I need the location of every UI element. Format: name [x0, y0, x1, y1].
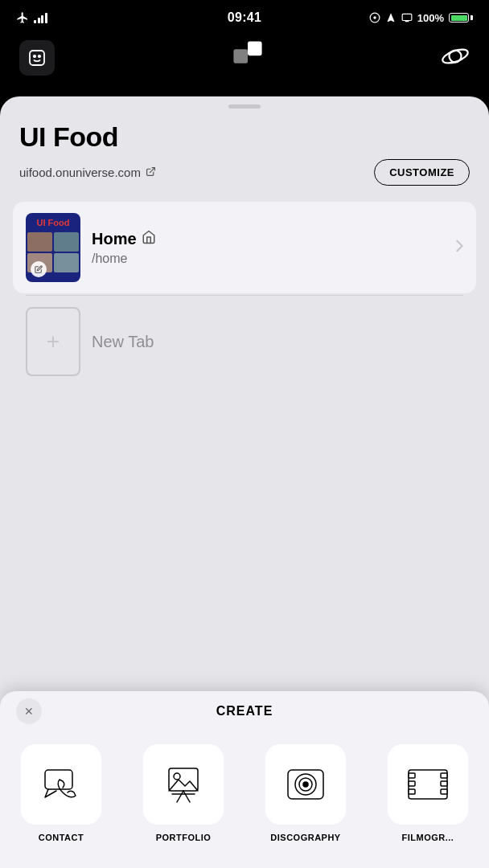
signal-bars: [34, 12, 47, 23]
svg-rect-22: [409, 781, 415, 786]
create-option-portfolio[interactable]: PORTFOLIO: [122, 738, 244, 849]
external-link-icon: [146, 166, 156, 179]
svg-rect-2: [30, 51, 44, 65]
portfolio-icon-box: [143, 744, 224, 825]
discography-label: DISCOGRAPHY: [270, 833, 340, 842]
svg-rect-6: [233, 49, 248, 63]
svg-point-0: [373, 16, 376, 19]
site-info: UI Food uifood.onuniverse.com CUSTOMIZE: [0, 121, 489, 202]
discography-icon-box: [265, 744, 346, 825]
tab-name-home: Home: [92, 230, 444, 248]
new-tab-item[interactable]: + New Tab: [13, 296, 476, 387]
svg-rect-1: [402, 14, 412, 20]
planet-button[interactable]: [441, 42, 470, 74]
smiley-icon: [27, 48, 47, 68]
direction-icon: [385, 12, 397, 23]
contact-icon: [39, 762, 84, 807]
portfolio-label: PORTFOLIO: [156, 833, 212, 842]
svg-point-3: [34, 55, 35, 57]
top-app-bar: [0, 35, 489, 80]
main-sheet: UI Food uifood.onuniverse.com CUSTOMIZE …: [0, 96, 489, 868]
location-icon: [369, 12, 380, 23]
screen-icon: [401, 12, 413, 23]
planet-icon: [441, 42, 470, 71]
svg-line-14: [183, 791, 190, 802]
create-header: ✕ CREATE: [0, 704, 489, 731]
app-logo: [228, 40, 267, 76]
battery-percent: 100%: [417, 12, 444, 24]
svg-point-4: [39, 55, 40, 57]
filmography-icon: [405, 762, 450, 807]
svg-line-9: [150, 167, 154, 172]
contact-icon-box: [21, 744, 101, 825]
portfolio-icon: [161, 762, 206, 807]
battery-icon: [449, 13, 473, 23]
thumbnail-edit-icon: [31, 261, 47, 277]
svg-rect-24: [441, 773, 447, 778]
close-icon: ✕: [24, 705, 34, 718]
status-bar: 09:41 100%: [0, 0, 489, 35]
tab-item-home[interactable]: UI Food Home: [13, 202, 476, 293]
svg-rect-23: [409, 789, 415, 794]
tab-list: UI Food Home: [0, 202, 489, 387]
svg-rect-11: [169, 768, 198, 791]
site-url-row: uifood.onuniverse.com CUSTOMIZE: [19, 159, 470, 186]
smiley-button[interactable]: [19, 40, 55, 76]
svg-rect-5: [248, 42, 262, 56]
airplane-icon: [16, 11, 29, 24]
tab-thumbnail-home: UI Food: [26, 213, 80, 282]
home-icon: [142, 230, 156, 248]
status-left: [16, 11, 47, 24]
create-title: CREATE: [216, 704, 273, 719]
status-right: 100%: [369, 12, 473, 24]
status-time: 09:41: [228, 10, 261, 25]
create-sheet: ✕ CREATE CONTACT: [0, 691, 489, 868]
discography-icon: [283, 762, 328, 807]
svg-rect-21: [409, 773, 415, 778]
url-text: uifood.onuniverse.com: [19, 166, 141, 179]
logo-icon: [228, 40, 267, 72]
create-option-filmography[interactable]: FILMOGR...: [367, 738, 489, 849]
svg-rect-25: [441, 781, 447, 786]
filmography-label: FILMOGR...: [402, 833, 454, 842]
thumbnail-title: UI Food: [26, 213, 80, 231]
svg-point-12: [174, 773, 180, 780]
site-url: uifood.onuniverse.com: [19, 166, 156, 179]
svg-line-13: [177, 791, 183, 802]
create-options: CONTACT PORTF: [0, 731, 489, 868]
svg-point-19: [303, 782, 308, 787]
tab-path-home: /home: [92, 252, 444, 266]
create-option-discography[interactable]: DISCOGRAPHY: [244, 738, 367, 849]
site-title: UI Food: [19, 121, 470, 153]
filmography-icon-box: [388, 744, 468, 825]
svg-marker-27: [423, 776, 439, 792]
plus-icon: +: [47, 329, 60, 354]
new-tab-label: New Tab: [92, 333, 154, 351]
create-option-contact[interactable]: CONTACT: [0, 738, 122, 849]
close-button[interactable]: ✕: [16, 698, 42, 724]
contact-label: CONTACT: [39, 833, 84, 842]
customize-button[interactable]: CUSTOMIZE: [374, 159, 470, 186]
tab-info-home: Home /home: [92, 230, 444, 266]
svg-rect-26: [441, 789, 447, 794]
new-tab-thumbnail: +: [26, 307, 80, 376]
tab-chevron-home: [455, 240, 463, 256]
drag-handle[interactable]: [228, 104, 261, 108]
